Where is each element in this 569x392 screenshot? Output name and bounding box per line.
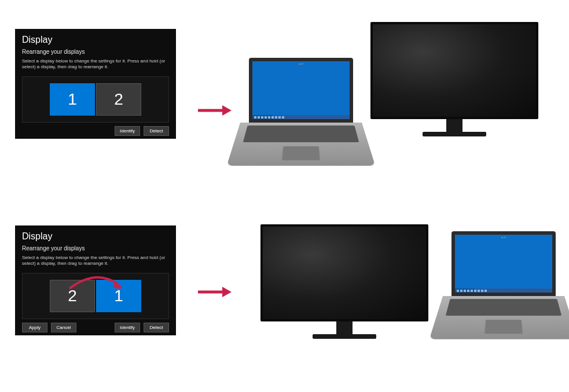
section-description: Select a display below to change the set… <box>22 255 169 267</box>
external-monitor <box>260 224 428 339</box>
display-number: 2 <box>114 90 123 109</box>
apply-button[interactable]: Apply <box>22 323 47 332</box>
detect-button[interactable]: Detect <box>144 126 169 136</box>
display-number: 1 <box>68 90 77 109</box>
page-title: Display <box>22 231 169 242</box>
display-tile-2[interactable]: 2 <box>96 83 141 116</box>
section-subtitle: Rearrange your displays <box>22 49 169 55</box>
device-illustration-bottom: ●LG <box>255 214 567 364</box>
laptop-logo-icon: ●LG <box>501 236 506 239</box>
svg-marker-5 <box>222 287 232 297</box>
cancel-button[interactable]: Cancel <box>51 323 76 332</box>
display-number: 1 <box>114 287 123 305</box>
svg-marker-1 <box>222 105 232 116</box>
panel-footer: Apply Cancel Identify Detect <box>22 323 169 332</box>
arrow-right-icon <box>197 283 232 301</box>
section-subtitle: Rearrange your displays <box>22 245 169 252</box>
external-monitor <box>370 22 538 136</box>
display-number: 2 <box>68 287 77 305</box>
laptop-logo-icon: ●LG <box>299 62 303 65</box>
display-settings-panel-top: Display Rearrange your displays Select a… <box>15 29 176 139</box>
section-description: Select a display below to change the set… <box>22 58 169 71</box>
taskbar <box>252 115 350 119</box>
identify-button[interactable]: Identify <box>115 323 140 332</box>
display-arrangement-area[interactable]: 1 2 <box>22 76 169 123</box>
taskbar <box>455 289 552 293</box>
display-tile-1[interactable]: 1 <box>50 83 95 116</box>
display-settings-panel-bottom: Display Rearrange your displays Select a… <box>15 225 176 335</box>
page-title: Display <box>22 35 169 45</box>
display-arrangement-area[interactable]: 2 1 <box>22 273 169 319</box>
display-tile-1[interactable]: 1 <box>96 280 141 312</box>
detect-button[interactable]: Detect <box>144 323 169 332</box>
laptop: ●LG <box>451 231 564 351</box>
arrow-right-icon <box>197 102 232 119</box>
laptop: ●LG <box>249 58 362 177</box>
identify-button[interactable]: Identify <box>115 126 140 136</box>
display-tile-2[interactable]: 2 <box>50 280 95 312</box>
device-illustration-top: ●LG <box>249 12 561 162</box>
panel-footer: Identify Detect <box>22 126 169 136</box>
